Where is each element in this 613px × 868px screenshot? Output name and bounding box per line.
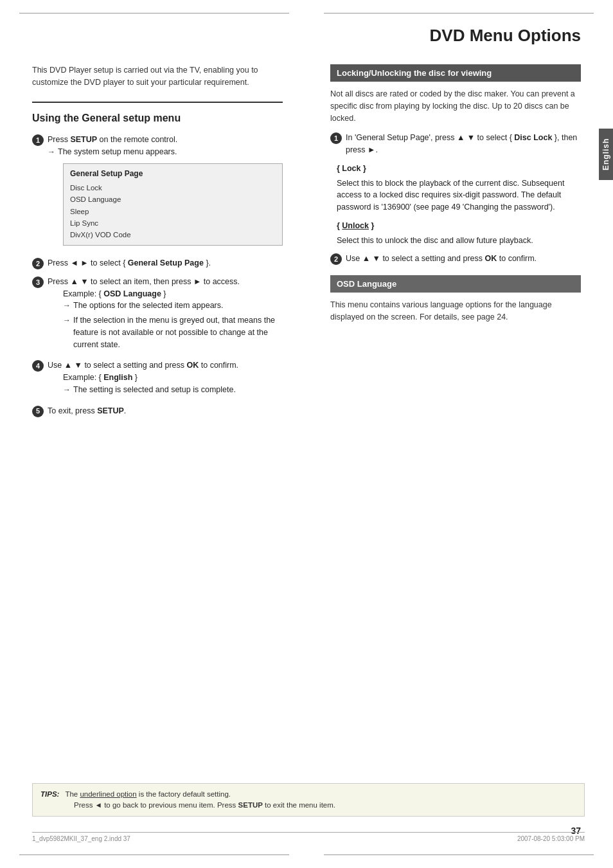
disc-lock-intro: Not all discs are rated or coded by the … bbox=[330, 88, 581, 124]
step-num-3: 3 bbox=[32, 276, 44, 288]
border-top-right bbox=[324, 13, 594, 14]
right-step-num-2: 2 bbox=[330, 253, 342, 265]
step-num-2: 2 bbox=[32, 258, 44, 269]
disc-lock-title: Locking/Unlocking the disc for viewing bbox=[337, 68, 492, 78]
menu-item-3: Sleep bbox=[70, 206, 276, 217]
step-num-4: 4 bbox=[32, 360, 44, 372]
right-step-2: 2 Use ▲ ▼ to select a setting and press … bbox=[330, 253, 581, 265]
disc-lock-title-box: Locking/Unlocking the disc for viewing bbox=[330, 64, 581, 82]
english-tab: English bbox=[599, 129, 613, 180]
step-2-text: Press ◄ ► to select { General Setup Page… bbox=[48, 258, 211, 267]
menu-item-1: Disc Lock bbox=[70, 182, 276, 194]
step-4-example: Example: { English } bbox=[63, 372, 283, 384]
unlock-title: { Unlock } bbox=[337, 220, 581, 232]
step-2-content: Press ◄ ► to select { General Setup Page… bbox=[48, 257, 283, 269]
border-top-left bbox=[19, 13, 289, 14]
step-3-arrow-2: → If the selection in the menu is greyed… bbox=[63, 314, 283, 350]
osd-title-box: OSD Language bbox=[330, 275, 581, 293]
border-bottom-right bbox=[324, 854, 594, 855]
step-num-1: 1 bbox=[32, 134, 44, 146]
step-1-content: Press SETUP on the remote control. → The… bbox=[48, 134, 283, 250]
step-4-sub: The setting is selected and setup is com… bbox=[73, 384, 236, 396]
general-setup-bold: General Setup Page bbox=[128, 258, 204, 267]
step-5-text: To exit, press SETUP. bbox=[48, 406, 126, 415]
step-1-text: Press SETUP on the remote control. bbox=[48, 135, 177, 144]
osd-lang-bold: OSD Language bbox=[103, 289, 161, 298]
unlock-underline: Unlock bbox=[342, 221, 369, 230]
right-column: Locking/Unlocking the disc for viewing N… bbox=[330, 64, 581, 331]
step-3-example: Example: { OSD Language } bbox=[63, 288, 283, 300]
setup-bold-5: SETUP bbox=[97, 406, 124, 415]
step-5: 5 To exit, press SETUP. bbox=[32, 405, 283, 417]
arrow-icon-3a: → bbox=[63, 300, 71, 311]
left-column: This DVD Player setup is carried out via… bbox=[32, 64, 283, 424]
menu-box: General Setup Page Disc Lock OSD Languag… bbox=[63, 163, 283, 246]
right-step-1: 1 In 'General Setup Page', press ▲ ▼ to … bbox=[330, 132, 581, 156]
step-1-sub: → The system setup menu appears. bbox=[48, 146, 283, 158]
tips-label: TIPS: bbox=[40, 790, 59, 798]
step-1-sub-text: The system setup menu appears. bbox=[58, 146, 177, 158]
step-4: 4 Use ▲ ▼ to select a setting and press … bbox=[32, 359, 283, 398]
unlock-text: Select this to unlock the disc and allow… bbox=[337, 235, 581, 247]
step-3: 3 Press ▲ ▼ to select an item, then pres… bbox=[32, 276, 283, 354]
ok-bold-right: OK bbox=[485, 254, 497, 263]
menu-item-4: Lip Sync bbox=[70, 217, 276, 229]
right-step-num-1: 1 bbox=[330, 132, 342, 144]
footer-left: 1_dvp5982MKII_37_eng 2.indd 37 bbox=[32, 835, 130, 842]
footer-right: 2007-08-20 5:03:00 PM bbox=[517, 835, 585, 842]
right-step-2-content: Use ▲ ▼ to select a setting and press OK… bbox=[346, 253, 581, 265]
setup-bold-1: SETUP bbox=[70, 135, 97, 144]
step-3-text: Press ▲ ▼ to select an item, then press … bbox=[48, 277, 240, 286]
step-4-arrow: → The setting is selected and setup is c… bbox=[63, 384, 283, 396]
step-num-5: 5 bbox=[32, 406, 44, 417]
arrow-icon-1: → bbox=[48, 146, 55, 158]
menu-item-5: DivX(r) VOD Code bbox=[70, 229, 276, 240]
arrow-icon-3b: → bbox=[63, 314, 71, 326]
osd-text: This menu contains various language opti… bbox=[330, 299, 581, 323]
lock-sub-section: { Lock } Select this to block the playba… bbox=[337, 163, 581, 213]
section-divider bbox=[32, 102, 283, 103]
step-3-arrow-1: → The options for the selected item appe… bbox=[63, 300, 283, 312]
menu-item-2: OSD Language bbox=[70, 194, 276, 205]
page-title-area: DVD Menu Options bbox=[430, 26, 581, 46]
step-3-content: Press ▲ ▼ to select an item, then press … bbox=[48, 276, 283, 354]
tips-line1: The underlined option is the factory def… bbox=[65, 790, 231, 798]
arrow-icon-4: → bbox=[63, 384, 71, 395]
right-step-1-text: In 'General Setup Page', press ▲ ▼ to se… bbox=[346, 133, 577, 154]
step-1: 1 Press SETUP on the remote control. → T… bbox=[32, 134, 283, 250]
step-3-sub-1: The options for the selected item appear… bbox=[73, 300, 223, 312]
lock-title: { Lock } bbox=[337, 163, 581, 175]
step-4-content: Use ▲ ▼ to select a setting and press OK… bbox=[48, 359, 283, 398]
osd-title: OSD Language bbox=[337, 279, 396, 289]
intro-text: This DVD Player setup is carried out via… bbox=[32, 64, 283, 89]
page-title: DVD Menu Options bbox=[430, 26, 581, 45]
ok-bold: OK bbox=[187, 361, 199, 370]
footer: 1_dvp5982MKII_37_eng 2.indd 37 2007-08-2… bbox=[32, 832, 585, 842]
border-bottom-left bbox=[19, 854, 289, 855]
lock-text: Select this to block the playback of the… bbox=[337, 177, 581, 213]
right-step-2-text: Use ▲ ▼ to select a setting and press OK… bbox=[346, 254, 537, 263]
setup-bold-tips: SETUP bbox=[238, 801, 263, 809]
left-section-title: Using the General setup menu bbox=[32, 112, 283, 125]
unlock-sub-section: { Unlock } Select this to unlock the dis… bbox=[337, 220, 581, 247]
step-3-sub-2: If the selection in the menu is greyed o… bbox=[73, 314, 283, 350]
right-step-1-content: In 'General Setup Page', press ▲ ▼ to se… bbox=[346, 132, 581, 156]
menu-box-title: General Setup Page bbox=[70, 168, 276, 179]
tips-area: TIPS: The underlined option is the facto… bbox=[32, 783, 585, 817]
tips-line2: Press ◄ to go back to previous menu item… bbox=[74, 801, 335, 809]
underlined-option: underlined option bbox=[80, 790, 136, 798]
step-4-text: Use ▲ ▼ to select a setting and press OK… bbox=[48, 361, 238, 370]
disc-lock-bold: Disc Lock bbox=[514, 133, 552, 142]
step-2: 2 Press ◄ ► to select { General Setup Pa… bbox=[32, 257, 283, 269]
page: DVD Menu Options English This DVD Player… bbox=[0, 0, 613, 868]
english-bold: English bbox=[103, 373, 132, 382]
step-5-content: To exit, press SETUP. bbox=[48, 405, 283, 417]
